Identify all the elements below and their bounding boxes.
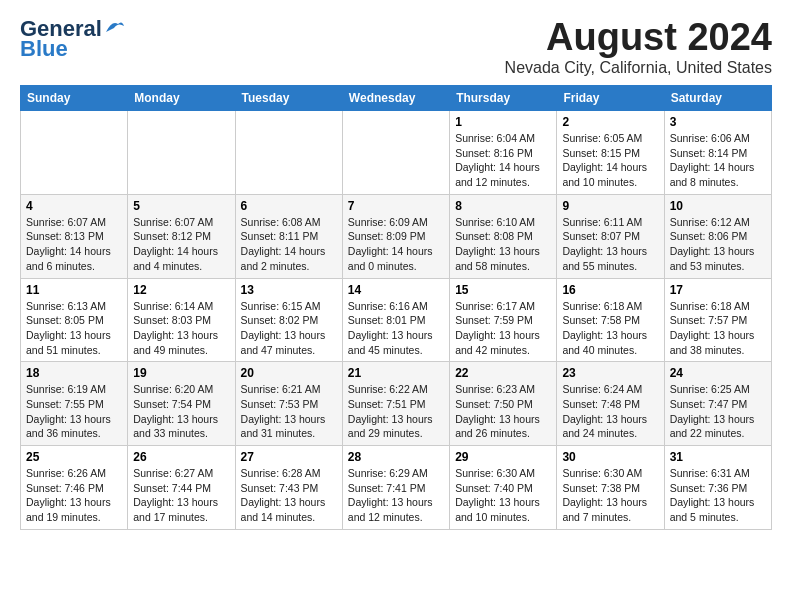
col-header-sunday: Sunday [21,86,128,111]
calendar-week-row: 25Sunrise: 6:26 AMSunset: 7:46 PMDayligh… [21,446,772,530]
calendar-cell [128,111,235,195]
calendar-cell: 13Sunrise: 6:15 AMSunset: 8:02 PMDayligh… [235,278,342,362]
location-title: Nevada City, California, United States [505,59,772,77]
day-number: 15 [455,283,551,297]
bird-icon [104,18,126,36]
day-info: Sunrise: 6:18 AMSunset: 7:58 PMDaylight:… [562,299,658,358]
day-info: Sunrise: 6:23 AMSunset: 7:50 PMDaylight:… [455,382,551,441]
day-number: 19 [133,366,229,380]
calendar-table: SundayMondayTuesdayWednesdayThursdayFrid… [20,85,772,530]
calendar-cell: 28Sunrise: 6:29 AMSunset: 7:41 PMDayligh… [342,446,449,530]
col-header-thursday: Thursday [450,86,557,111]
day-info: Sunrise: 6:06 AMSunset: 8:14 PMDaylight:… [670,131,766,190]
calendar-cell: 29Sunrise: 6:30 AMSunset: 7:40 PMDayligh… [450,446,557,530]
day-number: 10 [670,199,766,213]
calendar-cell: 11Sunrise: 6:13 AMSunset: 8:05 PMDayligh… [21,278,128,362]
calendar-cell: 25Sunrise: 6:26 AMSunset: 7:46 PMDayligh… [21,446,128,530]
calendar-cell: 14Sunrise: 6:16 AMSunset: 8:01 PMDayligh… [342,278,449,362]
day-info: Sunrise: 6:27 AMSunset: 7:44 PMDaylight:… [133,466,229,525]
logo-part2: Blue [20,36,68,62]
day-info: Sunrise: 6:14 AMSunset: 8:03 PMDaylight:… [133,299,229,358]
calendar-week-row: 4Sunrise: 6:07 AMSunset: 8:13 PMDaylight… [21,194,772,278]
calendar-week-row: 1Sunrise: 6:04 AMSunset: 8:16 PMDaylight… [21,111,772,195]
col-header-saturday: Saturday [664,86,771,111]
day-info: Sunrise: 6:30 AMSunset: 7:38 PMDaylight:… [562,466,658,525]
day-info: Sunrise: 6:20 AMSunset: 7:54 PMDaylight:… [133,382,229,441]
day-number: 16 [562,283,658,297]
day-info: Sunrise: 6:29 AMSunset: 7:41 PMDaylight:… [348,466,444,525]
day-info: Sunrise: 6:15 AMSunset: 8:02 PMDaylight:… [241,299,337,358]
day-number: 29 [455,450,551,464]
calendar-cell: 18Sunrise: 6:19 AMSunset: 7:55 PMDayligh… [21,362,128,446]
calendar-week-row: 18Sunrise: 6:19 AMSunset: 7:55 PMDayligh… [21,362,772,446]
day-number: 26 [133,450,229,464]
day-number: 4 [26,199,122,213]
day-number: 9 [562,199,658,213]
day-number: 28 [348,450,444,464]
day-number: 27 [241,450,337,464]
day-info: Sunrise: 6:22 AMSunset: 7:51 PMDaylight:… [348,382,444,441]
day-info: Sunrise: 6:26 AMSunset: 7:46 PMDaylight:… [26,466,122,525]
day-number: 11 [26,283,122,297]
day-number: 13 [241,283,337,297]
calendar-cell: 16Sunrise: 6:18 AMSunset: 7:58 PMDayligh… [557,278,664,362]
day-info: Sunrise: 6:11 AMSunset: 8:07 PMDaylight:… [562,215,658,274]
day-number: 25 [26,450,122,464]
month-title: August 2024 [505,16,772,59]
day-info: Sunrise: 6:21 AMSunset: 7:53 PMDaylight:… [241,382,337,441]
day-info: Sunrise: 6:31 AMSunset: 7:36 PMDaylight:… [670,466,766,525]
day-info: Sunrise: 6:30 AMSunset: 7:40 PMDaylight:… [455,466,551,525]
day-number: 7 [348,199,444,213]
day-number: 1 [455,115,551,129]
calendar-cell [342,111,449,195]
day-info: Sunrise: 6:05 AMSunset: 8:15 PMDaylight:… [562,131,658,190]
calendar-cell: 23Sunrise: 6:24 AMSunset: 7:48 PMDayligh… [557,362,664,446]
day-number: 20 [241,366,337,380]
calendar-cell: 22Sunrise: 6:23 AMSunset: 7:50 PMDayligh… [450,362,557,446]
title-area: August 2024 Nevada City, California, Uni… [505,16,772,77]
day-info: Sunrise: 6:07 AMSunset: 8:12 PMDaylight:… [133,215,229,274]
day-number: 14 [348,283,444,297]
day-info: Sunrise: 6:12 AMSunset: 8:06 PMDaylight:… [670,215,766,274]
logo: General Blue [20,16,126,62]
day-info: Sunrise: 6:28 AMSunset: 7:43 PMDaylight:… [241,466,337,525]
calendar-cell: 5Sunrise: 6:07 AMSunset: 8:12 PMDaylight… [128,194,235,278]
day-info: Sunrise: 6:18 AMSunset: 7:57 PMDaylight:… [670,299,766,358]
calendar-cell: 2Sunrise: 6:05 AMSunset: 8:15 PMDaylight… [557,111,664,195]
col-header-monday: Monday [128,86,235,111]
day-info: Sunrise: 6:10 AMSunset: 8:08 PMDaylight:… [455,215,551,274]
calendar-cell: 27Sunrise: 6:28 AMSunset: 7:43 PMDayligh… [235,446,342,530]
day-number: 12 [133,283,229,297]
day-info: Sunrise: 6:09 AMSunset: 8:09 PMDaylight:… [348,215,444,274]
calendar-cell: 19Sunrise: 6:20 AMSunset: 7:54 PMDayligh… [128,362,235,446]
day-number: 31 [670,450,766,464]
day-info: Sunrise: 6:08 AMSunset: 8:11 PMDaylight:… [241,215,337,274]
day-number: 5 [133,199,229,213]
calendar-cell: 30Sunrise: 6:30 AMSunset: 7:38 PMDayligh… [557,446,664,530]
day-number: 30 [562,450,658,464]
calendar-cell [235,111,342,195]
day-number: 21 [348,366,444,380]
day-info: Sunrise: 6:16 AMSunset: 8:01 PMDaylight:… [348,299,444,358]
calendar-cell: 6Sunrise: 6:08 AMSunset: 8:11 PMDaylight… [235,194,342,278]
calendar-cell: 10Sunrise: 6:12 AMSunset: 8:06 PMDayligh… [664,194,771,278]
calendar-cell: 20Sunrise: 6:21 AMSunset: 7:53 PMDayligh… [235,362,342,446]
day-number: 18 [26,366,122,380]
day-number: 23 [562,366,658,380]
calendar-cell: 24Sunrise: 6:25 AMSunset: 7:47 PMDayligh… [664,362,771,446]
day-info: Sunrise: 6:24 AMSunset: 7:48 PMDaylight:… [562,382,658,441]
calendar-header-row: SundayMondayTuesdayWednesdayThursdayFrid… [21,86,772,111]
calendar-cell: 17Sunrise: 6:18 AMSunset: 7:57 PMDayligh… [664,278,771,362]
calendar-cell: 3Sunrise: 6:06 AMSunset: 8:14 PMDaylight… [664,111,771,195]
calendar-cell [21,111,128,195]
day-number: 2 [562,115,658,129]
calendar-cell: 31Sunrise: 6:31 AMSunset: 7:36 PMDayligh… [664,446,771,530]
calendar-cell: 12Sunrise: 6:14 AMSunset: 8:03 PMDayligh… [128,278,235,362]
calendar-cell: 15Sunrise: 6:17 AMSunset: 7:59 PMDayligh… [450,278,557,362]
day-number: 6 [241,199,337,213]
calendar-cell: 26Sunrise: 6:27 AMSunset: 7:44 PMDayligh… [128,446,235,530]
calendar-cell: 7Sunrise: 6:09 AMSunset: 8:09 PMDaylight… [342,194,449,278]
calendar-cell: 9Sunrise: 6:11 AMSunset: 8:07 PMDaylight… [557,194,664,278]
day-number: 22 [455,366,551,380]
day-info: Sunrise: 6:19 AMSunset: 7:55 PMDaylight:… [26,382,122,441]
